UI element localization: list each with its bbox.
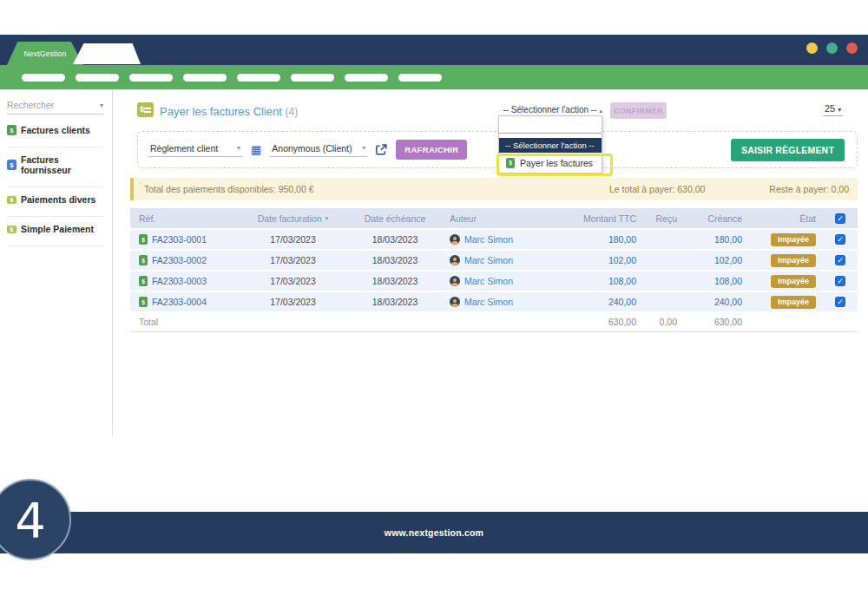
col-header-etat[interactable]: État	[742, 208, 823, 228]
col-header-date-facturation[interactable]: Date facturation▾	[239, 208, 347, 228]
section-icon	[7, 125, 16, 135]
invoice-row: FA2303-0002 17/03/2023 18/03/2023 Marc S…	[130, 251, 858, 270]
nav-pill[interactable]	[183, 74, 227, 82]
sort-desc-icon: ▾	[326, 215, 329, 222]
row-checkbox[interactable]	[835, 234, 845, 245]
total-recu: 0,00	[636, 311, 677, 331]
ref-cell: FA2303-0003	[130, 272, 239, 291]
author-link[interactable]: Marc Simon	[464, 297, 513, 307]
external-link-icon[interactable]	[376, 144, 387, 155]
avatar	[450, 297, 460, 307]
menu-item-payer-les-factures[interactable]: Payer les factures	[499, 153, 602, 173]
nav-pill[interactable]	[237, 74, 280, 82]
select-all-checkbox[interactable]	[835, 213, 845, 224]
col-header-recu[interactable]: Reçu	[636, 208, 677, 228]
recu-cell	[636, 251, 677, 270]
col-header-montant[interactable]: Montant TTC	[564, 208, 636, 228]
col-header-auteur[interactable]: Auteur	[443, 208, 564, 228]
montant-cell: 240,00	[564, 292, 636, 311]
author-cell: Marc Simon	[443, 251, 564, 270]
nav-pill[interactable]	[22, 74, 65, 82]
author-link[interactable]: Marc Simon	[464, 276, 513, 286]
chevron-down-icon: ▾	[362, 144, 365, 152]
menu-item-selected[interactable]: -- Sélectionner l'action --	[499, 138, 602, 153]
dropdown-search-input[interactable]	[499, 116, 602, 134]
row-select-cell	[823, 230, 858, 249]
invoice-ref-link[interactable]: FA2303-0004	[152, 297, 207, 307]
row-checkbox[interactable]	[835, 297, 845, 307]
row-checkbox[interactable]	[835, 255, 845, 265]
sidebar-section-title[interactable]: Factures clients	[7, 125, 103, 135]
sidebar-section-title[interactable]: Factures fournisseur	[7, 154, 103, 175]
search-placeholder: Rechercher	[7, 100, 54, 110]
confirm-button[interactable]: CONFIRMER	[610, 102, 667, 119]
montant-cell: 108,00	[564, 272, 636, 291]
company-icon: ▦	[251, 144, 261, 155]
sidebar-section-title[interactable]: Paiements divers	[7, 194, 103, 205]
client-select[interactable]: Anonymous (Client)▾	[270, 143, 367, 157]
invoice-ref-link[interactable]: FA2303-0003	[152, 276, 207, 286]
invoice-icon	[139, 255, 148, 265]
brand-logo: NextGestion	[24, 49, 67, 58]
sidebar: Rechercher ▾ Factures clients	[0, 89, 113, 436]
table-header-row: Réf. Date facturation▾ Date échéance Aut…	[130, 208, 858, 228]
payments-summary-bar: Total des paiements disponibles: 950,00 …	[130, 178, 858, 200]
sidebar-sections: Factures clients	[0, 118, 112, 246]
avatar	[450, 276, 460, 286]
nav-pill[interactable]	[398, 74, 442, 82]
sidebar-section: Factures clients	[7, 118, 103, 147]
action-select[interactable]: -- Sélectionner l'action --▴	[495, 105, 602, 115]
author-cell: Marc Simon	[443, 292, 564, 311]
nav-pill[interactable]	[129, 74, 173, 82]
author-link[interactable]: Marc Simon	[464, 255, 513, 265]
search-input[interactable]: Rechercher ▾	[7, 100, 103, 115]
payment-type-select[interactable]: Règlement client▾	[148, 143, 242, 157]
invoice-icon	[506, 158, 515, 168]
etat-cell: Impayée	[742, 272, 823, 291]
close-dot-icon[interactable]	[846, 43, 858, 54]
col-header-ref[interactable]: Réf.	[130, 208, 239, 228]
nav-pill[interactable]	[345, 74, 388, 82]
recu-cell	[636, 292, 677, 311]
row-checkbox[interactable]	[835, 276, 845, 286]
montant-cell: 180,00	[564, 230, 636, 249]
status-badge: Impayée	[771, 254, 816, 267]
row-select-cell	[823, 251, 858, 270]
sidebar-section-label: Factures clients	[21, 125, 90, 135]
invoice-ref-link[interactable]: FA2303-0001	[152, 234, 207, 245]
creance-cell: 240,00	[677, 292, 742, 311]
recu-cell	[636, 272, 677, 291]
col-header-date-echeance[interactable]: Date échéance	[347, 208, 443, 228]
nav-pill[interactable]	[76, 74, 119, 82]
total-montant: 630,00	[564, 311, 636, 331]
etat-cell: Impayée	[742, 292, 823, 311]
etat-cell: Impayée	[742, 251, 823, 270]
sidebar-section-label: Factures fournisseur	[21, 154, 103, 175]
slide-page: NextGestion Rechercher ▾ Facture	[0, 0, 868, 589]
chevron-down-icon: ▾	[838, 106, 841, 114]
total-creance: 630,00	[677, 311, 742, 331]
refresh-button[interactable]: RAFRAICHIR	[396, 140, 467, 160]
record-count: (4)	[286, 106, 299, 118]
ref-cell: FA2303-0001	[130, 230, 239, 249]
montant-cell: 102,00	[564, 251, 636, 270]
main-navbar	[0, 65, 868, 89]
row-select-cell	[823, 272, 858, 291]
invoice-ref-link[interactable]: FA2303-0002	[152, 255, 207, 265]
invoice-icon	[139, 276, 148, 286]
total-to-pay: Le total à payer: 630,00	[609, 184, 705, 194]
sidebar-section-label: Simple Paiement	[21, 224, 94, 234]
invoices-table: Réf. Date facturation▾ Date échéance Aut…	[130, 208, 858, 332]
maximize-dot-icon[interactable]	[826, 43, 838, 54]
status-badge: Impayée	[771, 296, 816, 309]
sidebar-section-title[interactable]: Simple Paiement	[7, 224, 103, 234]
nav-pill[interactable]	[291, 74, 334, 82]
brand-slant-decoration	[73, 43, 141, 64]
minimize-dot-icon[interactable]	[806, 43, 818, 54]
page-size-select[interactable]: 25 ▾	[823, 103, 843, 116]
author-link[interactable]: Marc Simon	[464, 234, 513, 245]
ref-cell: FA2303-0004	[130, 292, 239, 311]
enter-payment-button[interactable]: SAISIR RÈGLEMENT	[731, 139, 845, 161]
status-badge: Impayée	[771, 233, 816, 246]
col-header-creance[interactable]: Créance	[677, 208, 742, 228]
